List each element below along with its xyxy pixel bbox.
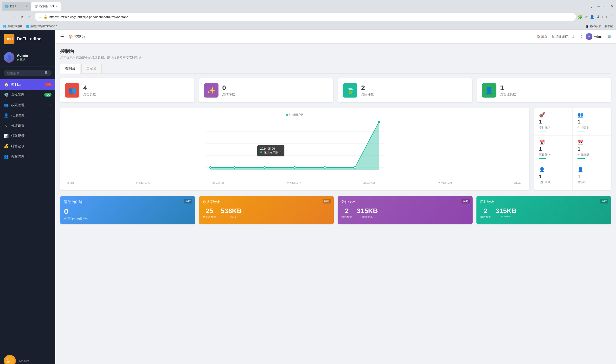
profile-icon[interactable]: 👤 xyxy=(590,15,595,19)
clear-cache-label: 清除缓存 xyxy=(555,34,568,39)
attachments-value: 2 xyxy=(361,84,374,92)
svg-point-10 xyxy=(294,167,296,169)
tab-close-dashboard[interactable]: ✕ xyxy=(56,5,58,8)
attach-stat-size: 315KB 附件大小 xyxy=(357,207,378,219)
fullscreen-button[interactable]: ⛶ xyxy=(579,35,582,39)
home-button[interactable]: 🏠 主页 xyxy=(536,34,547,39)
star-icon[interactable]: ☆ xyxy=(585,15,588,19)
tab-close-defi[interactable]: ✕ xyxy=(26,5,28,8)
chart-svg xyxy=(65,119,525,182)
x-axis: 05-04 2024-05-05 2024-05-06 2024-05-07 2… xyxy=(65,182,525,184)
attachments-icon: 🍃 xyxy=(343,83,357,98)
breadcrumb-label: 控制台 xyxy=(74,34,85,39)
metric-divider xyxy=(539,131,546,131)
db-stat-size: 538KB 上传空间 xyxy=(221,207,242,219)
tab-down-icon[interactable]: ⌄ xyxy=(590,4,593,9)
plugins-label: 总插件数 xyxy=(222,92,235,97)
browser-tab-defi[interactable]: 🌐 DEFI ✕ xyxy=(2,2,31,11)
tab-dashboard[interactable]: 控制台 xyxy=(60,64,80,74)
sidebar-item-claim[interactable]: 📊 领取记录 xyxy=(0,131,55,141)
app-header: ☰ 🏠 控制台 🏠 主页 🗑 清除缓存 🖨 ⛶ xyxy=(55,30,616,43)
search-input[interactable] xyxy=(7,71,42,75)
back-button[interactable]: ← xyxy=(3,13,10,20)
metric-value-3: 1 xyxy=(539,146,568,152)
dashboard-icon: 🏠 xyxy=(4,82,9,87)
reload-button[interactable]: ↻ xyxy=(18,13,25,20)
settings-button[interactable]: ⚙️ xyxy=(607,35,611,39)
extensions-icon[interactable]: 🧩 xyxy=(578,15,583,19)
legend-dot xyxy=(286,114,288,116)
stat-card-members: 👥 4 总会员数 xyxy=(60,78,195,102)
user-info: Admin 在线 xyxy=(17,53,28,62)
nav-buttons: ← → ↻ ⌂ xyxy=(3,13,33,20)
realtime-badge-2: 实时 xyxy=(323,199,331,204)
sidebar-label-general: 常规管理 xyxy=(11,93,25,97)
sync-icon[interactable]: ↕ xyxy=(602,15,603,19)
bookmark-mitao1[interactable]: 🌐 蜜桃源码网 xyxy=(3,24,22,28)
db-tables-value: 25 xyxy=(203,207,216,215)
metrics-grid: 🚀 1 今日注册 👥 1 今日登录 📅 xyxy=(534,108,611,190)
chart-title: 注册用户数 xyxy=(289,113,304,117)
sidebar-label-settlement: 结算记录 xyxy=(11,144,25,148)
menu-icon[interactable]: ⋮ xyxy=(609,15,613,19)
plugins-card-title: 运行中的插件 xyxy=(64,200,191,204)
bookmark-icon: 🌐 xyxy=(26,25,29,28)
db-card-title: 数据库统计 xyxy=(203,200,330,204)
logo-icon: DeFi xyxy=(4,34,14,44)
sidebar-item-settlement[interactable]: 💰 结算记录 xyxy=(0,141,55,151)
page-title: 控制台 xyxy=(60,48,611,54)
members-value: 4 xyxy=(83,84,96,92)
sidebar-item-general[interactable]: ⚙️ 常规管理 new xyxy=(0,90,55,100)
img-stat-size: 315KB 图片大小 xyxy=(496,207,517,219)
sidebar-logo: DeFi DeFi Leding xyxy=(0,30,55,48)
url-bar[interactable]: 🛡 🔒 https://3.zzxxb.cc/yuanzhijia.php/da… xyxy=(35,13,576,21)
bookmarks-bar: 🌐 蜜桃源码网 🌐 蜜桃源码网mitaobo.c... 📱 移动设备上的书签 xyxy=(0,23,616,30)
svg-text:源码: 源码 xyxy=(6,361,10,363)
bookmark-mitao2[interactable]: 🌐 蜜桃源码网mitaobo.c... xyxy=(26,24,60,28)
db-tables-label: 数据表数量 xyxy=(203,215,216,219)
active-icon-7: 👤 xyxy=(539,167,568,172)
page-tabs: 控制台 自定义 xyxy=(60,64,611,74)
dividend-icon: ○ xyxy=(4,123,9,128)
chart-tooltip: 2024-05-06 注册用户数: 0 xyxy=(257,145,284,156)
minimize-button[interactable]: ─ xyxy=(597,4,601,8)
settlement-icon: 💰 xyxy=(4,144,9,148)
sidebar-item-dashboard[interactable]: 🏠 控制台 hot xyxy=(0,79,55,90)
metric-divider-2 xyxy=(577,131,585,131)
metric-value-5: 1 xyxy=(539,173,568,180)
stat-info: 0 总插件数 xyxy=(222,84,235,97)
tab-custom[interactable]: 自定义 xyxy=(81,64,101,73)
chevron-icon-agent: 〈 xyxy=(49,113,52,117)
metric-label-2: 今日登录 xyxy=(577,125,606,130)
print-button[interactable]: 🖨 xyxy=(572,35,575,39)
bookmark-label: 蜜桃源码网 xyxy=(7,24,22,28)
admins-label: 总管理员数 xyxy=(500,92,516,97)
home-button[interactable]: ⌂ xyxy=(26,13,33,20)
bottom-card-attachments: 附件统计 实时 2 附件数量 315KB 附件大小 xyxy=(338,196,473,224)
sidebar-item-agent[interactable]: 👤 代理管理 〈 xyxy=(0,110,55,121)
download-icon[interactable]: ⬇ xyxy=(597,15,600,19)
search-icon: 🔍 xyxy=(44,71,49,75)
bookmark-icon: 🌐 xyxy=(3,25,6,28)
mobile-label: 移动设备上的书签 xyxy=(590,24,613,28)
clear-cache-button[interactable]: 🗑 清除缓存 xyxy=(551,34,568,39)
browser-tab-dashboard[interactable]: 🛡️ 控制台 hot ✕ xyxy=(31,2,61,11)
maximize-button[interactable]: ▭ xyxy=(603,4,607,8)
avatar-image: 👤 xyxy=(4,52,14,63)
share-icon[interactable]: ↑ xyxy=(605,15,607,19)
x-label-5: 2024-05-09 xyxy=(438,182,452,184)
new-tab-button[interactable]: + xyxy=(61,2,69,10)
menu-toggle-button[interactable]: ☰ xyxy=(60,34,65,39)
tab-icon: 🛡️ xyxy=(34,5,38,8)
sidebar-item-permissions[interactable]: 👥 权限管理 〈 xyxy=(0,100,55,110)
admin-info[interactable]: A Admin xyxy=(586,33,603,40)
stat-card-plugins: ✨ 0 总插件数 xyxy=(199,78,334,102)
user-section: 👤 Admin 在线 xyxy=(0,48,55,67)
tab-icon: 🌐 xyxy=(5,5,9,8)
sidebar-item-auth[interactable]: 👥 授权管理 xyxy=(0,151,55,162)
forward-button[interactable]: → xyxy=(11,13,17,20)
close-button[interactable]: ✕ xyxy=(610,4,614,8)
mobile-bookmarks[interactable]: 📱 移动设备上的书签 xyxy=(586,24,613,28)
sidebar: DeFi DeFi Leding 👤 Admin 在线 🔍 xyxy=(0,30,55,364)
sidebar-item-dividend[interactable]: ○ 分红设置 xyxy=(0,121,55,131)
